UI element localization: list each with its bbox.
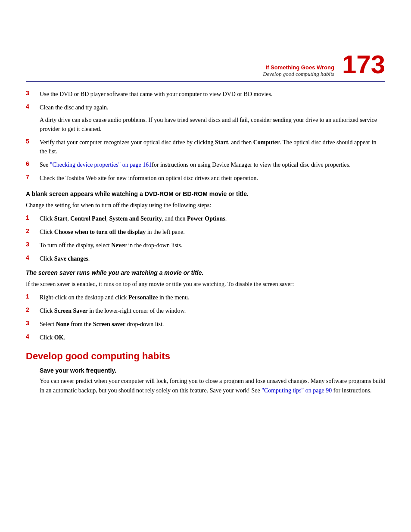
item-number-b3: 3 [26,241,40,248]
item-number-s3: 3 [26,320,40,327]
blank-screen-heading: A blank screen appears while watching a … [26,190,385,197]
checking-device-link[interactable]: "Checking device properties" on page 161 [50,162,152,168]
develop-section-heading: Develop good computing habits [26,351,385,362]
main-content: 3 Use the DVD or BD player software that… [0,82,411,417]
item-text-s3: Select None from the Screen saver drop-d… [40,320,385,329]
list-item: 3 Use the DVD or BD player software that… [26,90,385,99]
list-item: 3 Select None from the Screen saver drop… [26,320,385,329]
item-text-b4: Click Save changes. [40,254,385,263]
page: If Something Goes Wrong Develop good com… [0,0,411,532]
item-number-s2: 2 [26,306,40,313]
list-item: 2 Click Choose when to turn off the disp… [26,227,385,236]
item-number-b2: 2 [26,227,40,234]
item-text-b3: To turn off the display, select Never in… [40,241,385,250]
item-text-5: Verify that your computer recognizes you… [40,138,385,156]
item-text-b1: Click Start, Control Panel, System and S… [40,214,385,223]
item-number-b1: 1 [26,214,40,221]
item-number-s1: 1 [26,293,40,300]
page-number: 173 [342,52,385,78]
item-number-5: 5 [26,138,40,145]
list-item: 3 To turn off the display, select Never … [26,241,385,250]
blank-screen-section: A blank screen appears while watching a … [26,190,385,263]
item-number-3: 3 [26,90,40,96]
item-text-7: Check the Toshiba Web site for new infor… [40,174,385,183]
item-text-s4: Click OK. [40,333,385,342]
item-number-6: 6 [26,160,40,167]
list-item: 1 Click Start, Control Panel, System and… [26,214,385,223]
screen-saver-section: The screen saver runs while you are watc… [26,269,385,342]
list-item: 6 See "Checking device properties" on pa… [26,160,385,169]
screen-saver-heading: The screen saver runs while you are watc… [26,269,385,276]
list-item: 4 Clean the disc and try again. A dirty … [26,103,385,134]
page-header: If Something Goes Wrong Develop good com… [0,0,411,81]
header-text-block: If Something Goes Wrong Develop good com… [26,64,334,78]
item-text-6: See "Checking device properties" on page… [40,160,385,169]
item-number-s4: 4 [26,333,40,340]
item-text-s1: Right-click on the desktop and click Per… [40,293,385,302]
item-number-4: 4 [26,103,40,110]
save-work-subheading: Save your work frequently. [40,367,385,374]
develop-body: You can never predict when your computer… [26,376,385,395]
list-item: 4 Click Save changes. [26,254,385,263]
list-item: 2 Click Screen Saver in the lower-right … [26,306,385,315]
blank-screen-intro: Change the setting for when to turn off … [26,201,385,210]
computing-tips-link[interactable]: "Computing tips" on page 90 [262,387,332,394]
develop-section: Develop good computing habits Save your … [26,351,385,395]
item-text-s2: Click Screen Saver in the lower-right co… [40,306,385,315]
item-number-7: 7 [26,174,40,180]
item-text-3: Use the DVD or BD player software that c… [40,90,385,99]
chapter-title: If Something Goes Wrong [26,64,334,71]
list-item: 4 Click OK. [26,333,385,342]
list-item: 1 Right-click on the desktop and click P… [26,293,385,302]
item-text-b2: Click Choose when to turn off the displa… [40,227,385,236]
item-text-4: Clean the disc and try again. A dirty dr… [40,103,385,134]
list-item: 5 Verify that your computer recognizes y… [26,138,385,156]
top-numbered-list: 3 Use the DVD or BD player software that… [26,90,385,183]
screen-saver-intro: If the screen saver is enabled, it runs … [26,280,385,289]
section-title: Develop good computing habits [26,71,334,78]
list-item: 7 Check the Toshiba Web site for new inf… [26,174,385,183]
item-number-b4: 4 [26,254,40,261]
